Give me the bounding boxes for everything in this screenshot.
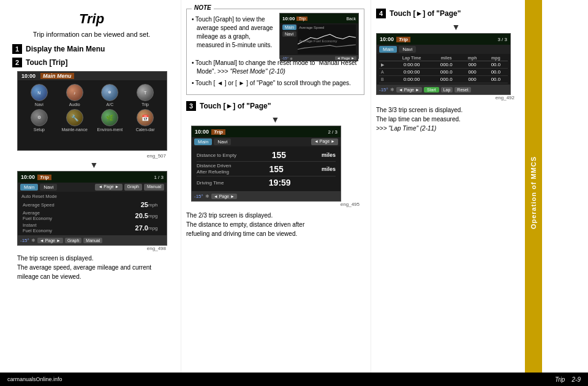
step4-num: 4 bbox=[376, 9, 386, 18]
graph-footer-btn[interactable]: Graph bbox=[65, 238, 81, 243]
img-label-eng507: eng_507 bbox=[12, 153, 166, 159]
environment-icon: 🌿 bbox=[101, 109, 118, 126]
step3-text: Touch [►] of "Page" bbox=[200, 102, 271, 110]
page-title: Trip bbox=[12, 11, 171, 27]
avg-speed-row: Average Speed 25 mph bbox=[21, 200, 163, 210]
trip-screen1-page: 1 / 3 bbox=[154, 175, 164, 180]
note-graph-screen: 10:00 Trip Back Main Navi Average Speed … bbox=[279, 13, 359, 59]
page-btn-3[interactable]: ◄ Page ► bbox=[396, 87, 422, 93]
page-btn-2[interactable]: ◄ Page ► bbox=[211, 194, 237, 199]
setup-icon: ⚙ bbox=[31, 109, 48, 126]
step3-label: 3 Touch [►] of "Page" bbox=[186, 101, 364, 111]
menu-item-maintenance: 🔧 Mainte-nance bbox=[58, 109, 91, 132]
avg-speed-value: 25 bbox=[118, 201, 148, 208]
main-nav-btn-3[interactable]: Main bbox=[379, 46, 397, 53]
trip-icon: T bbox=[137, 84, 154, 101]
menu-item-audio: ♪ Audio bbox=[58, 84, 91, 107]
instant-fuel-unit: mpg bbox=[148, 225, 162, 231]
bottom-page-label: Trip 2-9 bbox=[555, 376, 581, 383]
menu-item-environment: 🌿 Environ-ment bbox=[94, 109, 127, 132]
trip-2-data: Distance to Empty 155 miles Distance Dri… bbox=[192, 146, 341, 191]
table-row: A 0:00:00 000.0 000 00.0 bbox=[379, 69, 508, 76]
menu-item-setup: ⚙ Setup bbox=[23, 109, 56, 132]
trip-screen1-time: 10:00 bbox=[21, 174, 35, 180]
navi-icon: N bbox=[31, 84, 48, 101]
img-label-eng495: eng_495 bbox=[186, 202, 360, 207]
start-btn[interactable]: Start bbox=[424, 87, 439, 93]
ac-icon: ❄ bbox=[101, 84, 118, 101]
step1-label: 1 Display the Main Menu bbox=[12, 44, 171, 54]
reset-btn[interactable]: Reset bbox=[454, 87, 470, 93]
instant-fuel-label: InstantFuel Economy bbox=[23, 222, 118, 233]
instant-fuel-value: 27.0 bbox=[118, 224, 148, 232]
trip-data-rows: Auto Reset Mode Average Speed 25 mph Ave… bbox=[18, 192, 167, 235]
avg-fuel-row: AverageFuel Economy 20.5 mpg bbox=[21, 210, 163, 222]
main-nav-btn-2[interactable]: Main bbox=[194, 138, 212, 145]
instant-fuel-row: InstantFuel Economy 27.0 mpg bbox=[21, 222, 163, 234]
navi-nav-btn[interactable]: Navi bbox=[40, 184, 57, 191]
step1-num: 1 bbox=[12, 44, 22, 54]
note-bullet-2: Touch [Manual] to change the reset mode … bbox=[192, 59, 359, 76]
avg-fuel-label: AverageFuel Economy bbox=[23, 210, 118, 221]
avg-speed-unit: mph bbox=[148, 202, 162, 208]
note-box: NOTE 10:00 Trip Back Main Navi bbox=[186, 9, 364, 95]
screen4-caption: The 3/3 trip screen is displayed. The la… bbox=[376, 105, 536, 133]
trip-screen-1: 10:00 Trip 1 / 3 Main Navi ◄ Page ► Grap… bbox=[17, 171, 167, 246]
step3-num: 3 bbox=[186, 101, 196, 111]
bottom-bar: carmanualsOnline.info Trip 2-9 bbox=[0, 373, 588, 386]
avg-speed-label: Average Speed bbox=[23, 202, 118, 208]
auto-reset-label: Auto Reset Mode bbox=[21, 193, 163, 200]
trip-screen-3: 10:00 Trip 3 / 3 Main Navi Lap Time mile… bbox=[376, 33, 511, 95]
table-row: ▶ 0:00:00 000.0 000 00.0 bbox=[379, 61, 508, 69]
img-label-eng498: eng_498 bbox=[12, 246, 166, 251]
step2-text: Touch [Trip] bbox=[26, 58, 67, 67]
trip-screen1-footer: -15° ❄ ◄ Page ► Graph Manual bbox=[18, 235, 167, 245]
navi-nav-btn-3[interactable]: Navi bbox=[399, 46, 416, 53]
right-column: 4 Touch [►] of "Page" ▼ 10:00 Trip 3 / 3… bbox=[371, 0, 542, 386]
left-column: Trip Trip information can be viewed and … bbox=[0, 0, 181, 386]
manual-btn[interactable]: Manual bbox=[144, 184, 164, 191]
lap-btn[interactable]: Lap bbox=[441, 87, 453, 93]
page-nav-btn-2[interactable]: ◄ Page ► bbox=[311, 138, 338, 145]
sidebar-text: Operation of MMCS bbox=[530, 156, 537, 229]
step4-label: 4 Touch [►] of "Page" bbox=[376, 9, 536, 18]
screen1-time: 10:00 bbox=[21, 73, 36, 79]
avg-fuel-unit: mpg bbox=[148, 213, 162, 219]
screen2-caption: The trip screen is displayed. The averag… bbox=[17, 254, 171, 281]
note-bullet-3: Touch [ ◄ ] or [ ► ] of "Page" to scroll… bbox=[192, 79, 359, 88]
img-label-eng492: eng_492 bbox=[376, 95, 514, 100]
calendar-icon: 📅 bbox=[137, 109, 154, 126]
trip-3-table-area: Lap Time miles mph mpg ▶ 0:00:00 000.0 0… bbox=[377, 54, 510, 85]
graph-btn[interactable]: Graph bbox=[124, 184, 142, 191]
mid-column: NOTE 10:00 Trip Back Main Navi bbox=[181, 0, 371, 386]
trip-screen1-badge: Trip bbox=[37, 175, 51, 180]
menu-item-navi: N Navi bbox=[23, 84, 56, 107]
note-title: NOTE bbox=[192, 4, 214, 11]
manual-footer-btn[interactable]: Manual bbox=[83, 238, 102, 243]
arrow-down-1: ▼ bbox=[17, 160, 171, 170]
page-btn-left[interactable]: ◄ Page ► bbox=[37, 238, 63, 243]
main-menu-screen: 10:00 Main Menu N Navi ♪ Audio ❄ A/C T bbox=[17, 71, 167, 151]
step1-text: Display the Main Menu bbox=[26, 45, 105, 53]
trip-screen1-nav: Main Navi ◄ Page ► Graph Manual bbox=[18, 183, 167, 192]
menu-title-bar: 10:00 Main Menu bbox=[18, 72, 167, 80]
screen3-caption: The 2/3 trip screen is displayed. The di… bbox=[186, 211, 364, 238]
menu-item-trip: T Trip bbox=[129, 84, 162, 107]
avg-fuel-value: 20.5 bbox=[118, 212, 148, 219]
bottom-logo: carmanualsOnline.info bbox=[7, 376, 62, 382]
table-row: B 0:00:00 000.0 000 00.0 bbox=[379, 76, 508, 83]
audio-icon: ♪ bbox=[66, 84, 83, 101]
intro-text: Trip information can be viewed and set. bbox=[12, 31, 171, 38]
trip-screen-2: 10:00 Trip 2 / 3 Main Navi ◄ Page ► Dist… bbox=[191, 126, 341, 202]
page-nav-btn[interactable]: ◄ Page ► bbox=[95, 184, 122, 191]
screen1-title: Main Menu bbox=[40, 73, 74, 79]
main-nav-btn[interactable]: Main bbox=[20, 184, 38, 191]
step4-text: Touch [►] of "Page" bbox=[390, 9, 461, 18]
navi-nav-btn-2[interactable]: Navi bbox=[214, 138, 231, 145]
menu-item-ac: ❄ A/C bbox=[94, 84, 127, 107]
menu-item-calendar: 📅 Calen-dar bbox=[129, 109, 162, 132]
menu-icons-grid: N Navi ♪ Audio ❄ A/C T Trip ⚙ Setup bbox=[18, 80, 167, 135]
sidebar-label: Operation of MMCS bbox=[525, 0, 542, 386]
maintenance-icon: 🔧 bbox=[66, 109, 83, 126]
trip-screen1-header: 10:00 Trip 1 / 3 bbox=[18, 172, 167, 183]
